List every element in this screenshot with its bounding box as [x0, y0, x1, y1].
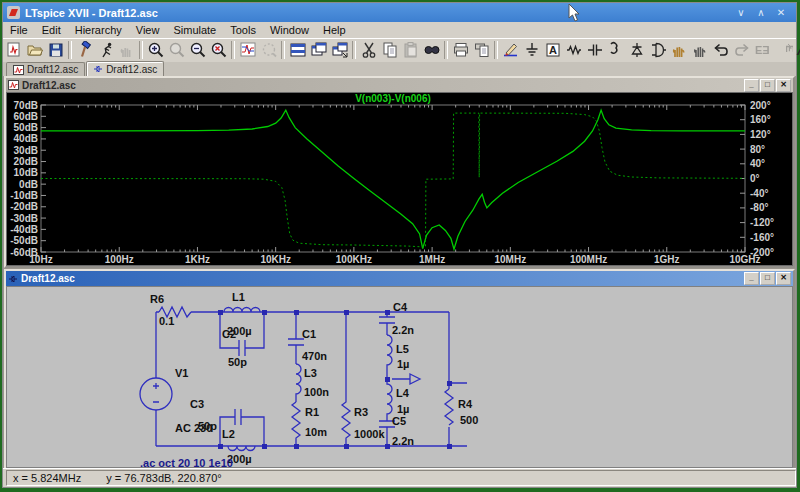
- schematic-canvas[interactable]: V1 AC 230 R6 0.1 L1 200µ C2 50p C1 470n …: [7, 287, 792, 469]
- tile-horizontally-button[interactable]: [287, 40, 308, 60]
- menu-tools[interactable]: Tools: [223, 23, 263, 37]
- menu-help[interactable]: Help: [316, 23, 353, 37]
- component-name[interactable]: L4: [396, 387, 410, 399]
- component-value[interactable]: 10m: [305, 426, 327, 438]
- print-button[interactable]: [450, 40, 471, 60]
- cascade-windows-button[interactable]: [329, 40, 350, 60]
- component-value[interactable]: 50p: [198, 420, 217, 432]
- component-name[interactable]: L3: [304, 367, 317, 379]
- component-name[interactable]: C5: [392, 415, 406, 427]
- schematic-window-titlebar[interactable]: Draft12.asc _ □ ✕: [6, 271, 793, 286]
- title-bar[interactable]: LTspice XVII - Draft12.asc ∨ ∧ ✕: [3, 3, 796, 22]
- open-file-button[interactable]: [24, 40, 45, 60]
- schematic-canvas-area[interactable]: V1 AC 230 R6 0.1 L1 200µ C2 50p C1 470n …: [6, 286, 793, 468]
- inductor-L4[interactable]: [387, 379, 392, 416]
- waveform-plot-area[interactable]: V(n003)-V(n006) 70dB60dB50dB40dB30dB20dB…: [6, 92, 793, 266]
- run-button[interactable]: [95, 40, 116, 60]
- child-close-button[interactable]: ✕: [776, 272, 791, 285]
- undo-button[interactable]: [710, 40, 731, 60]
- inductor-L3[interactable]: [296, 364, 301, 402]
- find-button[interactable]: [421, 40, 442, 60]
- component-value[interactable]: 0.1: [159, 315, 174, 327]
- inductor-L5[interactable]: [387, 335, 392, 379]
- waveform-plot-canvas[interactable]: V(n003)-V(n006) 70dB60dB50dB40dB30dB20dB…: [7, 93, 792, 265]
- component-name[interactable]: C3: [190, 398, 204, 410]
- voltage-source-V1[interactable]: [140, 378, 172, 410]
- component-name[interactable]: R6: [150, 293, 164, 305]
- paste-button[interactable]: [400, 40, 421, 60]
- close-button[interactable]: ✕: [774, 7, 788, 18]
- new-schematic-button[interactable]: [3, 40, 24, 60]
- drag-button[interactable]: [689, 40, 710, 60]
- menu-simulate[interactable]: Simulate: [166, 23, 223, 37]
- zoom-full-button[interactable]: [208, 40, 229, 60]
- print-preview-button[interactable]: [471, 40, 492, 60]
- trace-phase_deg[interactable]: [41, 113, 745, 247]
- component-name[interactable]: L5: [396, 343, 409, 355]
- tile-vertically-button[interactable]: [308, 40, 329, 60]
- resistor-R1[interactable]: [292, 402, 300, 446]
- component-name[interactable]: C4: [393, 301, 408, 313]
- component-value[interactable]: 1µ: [397, 358, 409, 370]
- component-name[interactable]: V1: [175, 367, 188, 379]
- tab-schematic[interactable]: Draft12.asc: [86, 61, 164, 76]
- child-close-button[interactable]: ✕: [776, 79, 791, 92]
- trace-label[interactable]: V(n003)-V(n006): [355, 93, 431, 104]
- control-panel-button[interactable]: [74, 40, 95, 60]
- draw-wire-button[interactable]: [500, 40, 521, 60]
- component-value[interactable]: 500: [460, 414, 478, 426]
- save-button[interactable]: [45, 40, 66, 60]
- tab-waveform[interactable]: Draft12.asc: [6, 62, 85, 76]
- component-value[interactable]: 1000k: [354, 428, 385, 440]
- inductor-button[interactable]: [605, 40, 626, 60]
- ground-button[interactable]: [521, 40, 542, 60]
- capacitor-button[interactable]: [584, 40, 605, 60]
- component-name[interactable]: R3: [354, 406, 368, 418]
- text-button[interactable]: Aa: [794, 40, 800, 60]
- menu-file[interactable]: File: [3, 23, 35, 37]
- inductor-L1[interactable]: [224, 308, 260, 313]
- component-value[interactable]: 470n: [302, 350, 327, 362]
- zoom-in-button[interactable]: [145, 40, 166, 60]
- component-name[interactable]: L1: [232, 291, 245, 303]
- move-button[interactable]: [668, 40, 689, 60]
- component-name[interactable]: C1: [302, 328, 316, 340]
- diode-button[interactable]: [626, 40, 647, 60]
- maximize-button[interactable]: ∧: [754, 7, 768, 18]
- waveform-window-titlebar[interactable]: Draft12.asc _ □ ✕: [6, 78, 793, 92]
- zoom-back-button[interactable]: [166, 40, 187, 60]
- component-value[interactable]: 50p: [228, 356, 247, 368]
- pan-button[interactable]: [258, 40, 279, 60]
- child-minimize-button[interactable]: _: [744, 79, 759, 92]
- cut-button[interactable]: [358, 40, 379, 60]
- resistor-R4[interactable]: [445, 389, 453, 425]
- redo-button[interactable]: [731, 40, 752, 60]
- child-maximize-button[interactable]: □: [760, 79, 775, 92]
- copy-button[interactable]: [379, 40, 400, 60]
- component-name[interactable]: L2: [222, 428, 235, 440]
- mirror-button[interactable]: EƎ: [752, 40, 773, 60]
- component-name[interactable]: R1: [305, 406, 319, 418]
- resistor-R3[interactable]: [342, 312, 350, 446]
- zoom-out-button[interactable]: [187, 40, 208, 60]
- autorange-y-axis-button[interactable]: [237, 40, 258, 60]
- probe-arrow-icon[interactable]: [392, 374, 420, 384]
- inductor-L2[interactable]: [228, 446, 255, 451]
- child-minimize-button[interactable]: _: [744, 272, 759, 285]
- resistor-button[interactable]: [563, 40, 584, 60]
- child-maximize-button[interactable]: □: [760, 272, 775, 285]
- menu-hierarchy[interactable]: Hierarchy: [68, 23, 129, 37]
- component-value[interactable]: 1µ: [397, 403, 409, 415]
- minimize-button[interactable]: ∨: [734, 7, 748, 18]
- component-name[interactable]: R4: [458, 398, 473, 410]
- component-value[interactable]: 2.2n: [392, 324, 414, 336]
- menu-view[interactable]: View: [129, 23, 167, 37]
- component-button[interactable]: [647, 40, 668, 60]
- net-label-button[interactable]: A: [542, 40, 563, 60]
- component-name[interactable]: C2: [222, 328, 236, 340]
- rotate-button[interactable]: E: [773, 40, 794, 60]
- component-value[interactable]: 2.2n: [392, 435, 414, 447]
- component-value[interactable]: 100n: [304, 386, 329, 398]
- trace-magnitude_dB[interactable]: [41, 110, 745, 249]
- halt-button[interactable]: [116, 40, 137, 60]
